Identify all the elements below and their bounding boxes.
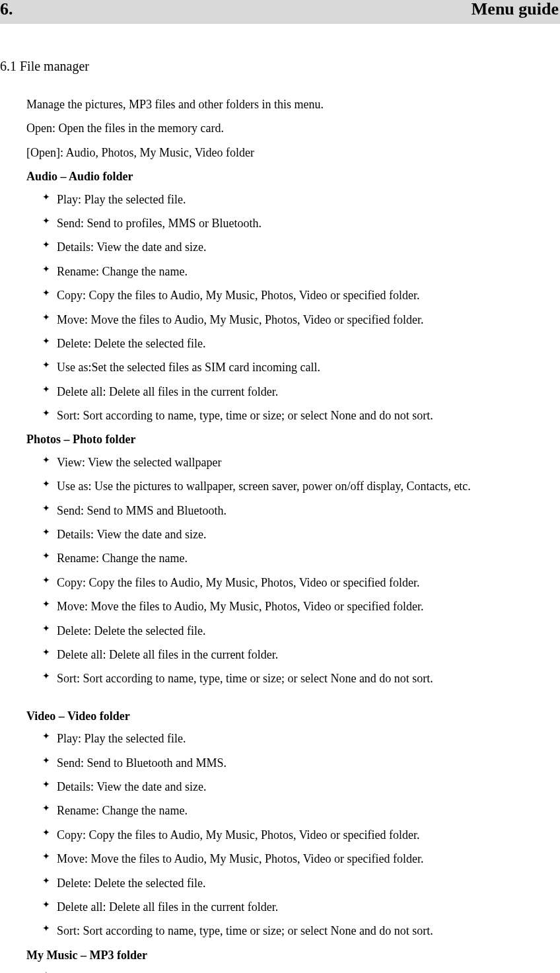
- list-item: Send: Send to Bluetooth and MMS.: [42, 752, 560, 774]
- list-item: Rename: Change the name.: [42, 548, 560, 569]
- chapter-title: Menu guide: [472, 0, 559, 19]
- list-item: Sort: Sort according to name, type, time…: [42, 405, 560, 426]
- list-item: Use as: Use the pictures to wallpaper, s…: [42, 476, 560, 497]
- section-heading: 6.1 File manager: [0, 54, 560, 78]
- intro-line: Open: Open the files in the memory card.: [26, 118, 560, 139]
- intro-line: [Open]: Audio, Photos, My Music, Video f…: [26, 142, 560, 163]
- list-item: Play: Play the selected MP3: [42, 967, 560, 973]
- chapter-number: 6.: [0, 0, 13, 19]
- list-item: Sort: Sort according to name, type, time…: [42, 668, 560, 689]
- folder-item-list: Play: Play the selected MP3Send: Send to…: [26, 967, 560, 973]
- list-item: Rename: Change the name.: [42, 800, 560, 821]
- list-item: Details: View the date and size.: [42, 524, 560, 545]
- list-item: Copy: Copy the files to Audio, My Music,…: [42, 285, 560, 306]
- page-content: 6.1 File manager Manage the pictures, MP…: [0, 54, 560, 973]
- list-item: Sort: Sort according to name, type, time…: [42, 920, 560, 941]
- list-item: Delete: Delete the selected file.: [42, 333, 560, 354]
- list-item: Play: Play the selected file.: [42, 728, 560, 749]
- folder-heading: Audio – Audio folder: [26, 166, 560, 187]
- body-block: Manage the pictures, MP3 files and other…: [0, 94, 560, 973]
- list-item: Rename: Change the name.: [42, 261, 560, 282]
- list-item: Delete all: Delete all files in the curr…: [42, 896, 560, 918]
- list-item: Send: Send to profiles, MMS or Bluetooth…: [42, 213, 560, 234]
- list-item: Copy: Copy the files to Audio, My Music,…: [42, 572, 560, 593]
- folder-heading: My Music – MP3 folder: [26, 945, 560, 966]
- blank-spacer: [26, 692, 560, 704]
- folder-heading: Video – Video folder: [26, 705, 560, 727]
- list-item: Delete all: Delete all files in the curr…: [42, 644, 560, 665]
- list-item: Move: Move the files to Audio, My Music,…: [42, 596, 560, 617]
- list-item: Send: Send to MMS and Bluetooth.: [42, 500, 560, 521]
- folder-item-list: Play: Play the selected file.Send: Send …: [26, 189, 560, 427]
- folder-heading: Photos – Photo folder: [26, 429, 560, 450]
- list-item: Copy: Copy the files to Audio, My Music,…: [42, 824, 560, 846]
- list-item: Details: View the date and size.: [42, 776, 560, 797]
- list-item: Move: Move the files to Audio, My Music,…: [42, 309, 560, 330]
- folder-item-list: View: View the selected wallpaperUse as:…: [26, 452, 560, 690]
- list-item: View: View the selected wallpaper: [42, 452, 560, 473]
- intro-line: Manage the pictures, MP3 files and other…: [26, 94, 560, 115]
- list-item: Move: Move the files to Audio, My Music,…: [42, 848, 560, 869]
- list-item: Delete: Delete the selected file.: [42, 620, 560, 641]
- list-item: Play: Play the selected file.: [42, 189, 560, 210]
- folder-item-list: Play: Play the selected file.Send: Send …: [26, 728, 560, 942]
- list-item: Delete all: Delete all files in the curr…: [42, 381, 560, 402]
- chapter-header: 6. Menu guide: [0, 0, 560, 24]
- list-item: Details: View the date and size.: [42, 236, 560, 258]
- list-item: Delete: Delete the selected file.: [42, 873, 560, 894]
- list-item: Use as:Set the selected files as SIM car…: [42, 357, 560, 378]
